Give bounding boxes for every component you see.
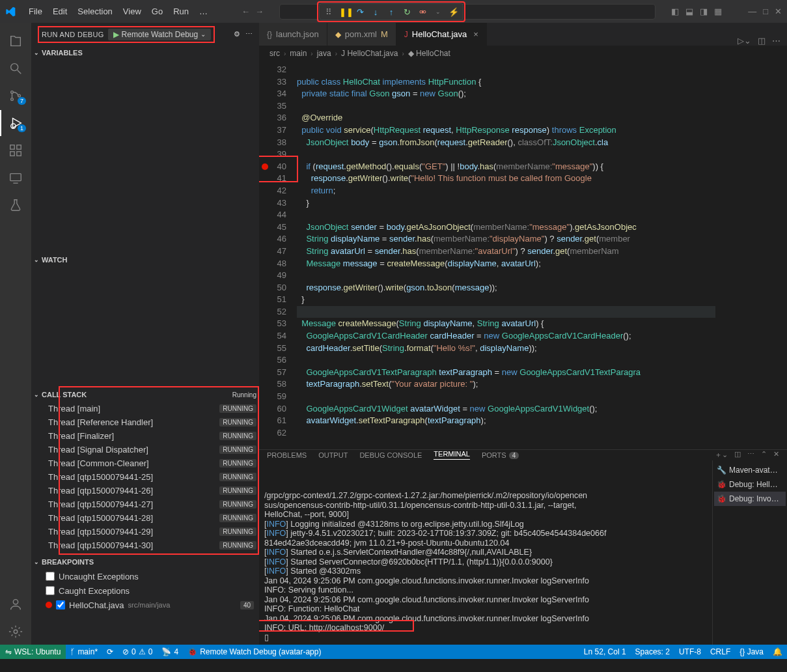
modified-indicator: M — [381, 29, 388, 39]
breakpoint-checkbox[interactable] — [56, 600, 65, 609]
menu-…[interactable]: … — [194, 4, 213, 19]
activity-accounts[interactable] — [0, 591, 31, 617]
layout-bottom-icon[interactable]: ⬓ — [685, 7, 693, 16]
start-debug-icon[interactable]: ▶ — [113, 30, 119, 39]
chevron-down-icon[interactable]: ⌄ — [200, 31, 206, 38]
file-icon: {} — [267, 30, 272, 39]
breadcrumb-item[interactable]: J HelloChat.java — [341, 49, 398, 58]
breadcrumb-sep: › — [335, 50, 337, 57]
split-terminal-icon[interactable]: ◫ — [734, 450, 741, 460]
menu-selection[interactable]: Selection — [72, 4, 117, 19]
terminal-item[interactable]: 🔧Maven-avat… — [714, 463, 786, 477]
code-area[interactable]: public class HelloChat implements HttpFu… — [297, 61, 715, 449]
layout-left-icon[interactable]: ◧ — [671, 7, 679, 16]
maximize-panel-icon[interactable]: ⌃ — [761, 450, 767, 460]
menu-view[interactable]: View — [118, 4, 146, 19]
close-icon[interactable]: × — [473, 29, 478, 39]
status-sync[interactable]: ⟳ — [102, 645, 118, 659]
menu-file[interactable]: File — [23, 4, 48, 19]
svg-point-10 — [13, 600, 18, 604]
panel-tab-ports[interactable]: PORTS4 — [482, 451, 519, 459]
tab-HelloChat.java[interactable]: JHelloChat.java× — [396, 23, 487, 46]
status-spaces[interactable]: Spaces: 2 — [631, 645, 674, 659]
gear-icon[interactable]: ⚙ — [234, 30, 240, 38]
status-eol[interactable]: CRLF — [706, 645, 735, 659]
breakpoint-checkbox[interactable] — [46, 586, 55, 595]
watch-header[interactable]: ⌄WATCH — [31, 253, 259, 267]
status-remote[interactable]: ⇋ WSL: Ubuntu — [0, 645, 66, 659]
panel-tab-debug-console[interactable]: DEBUG CONSOLE — [359, 451, 422, 459]
minimap[interactable] — [715, 61, 787, 449]
breakpoint-row[interactable]: HelloChat.javasrc/main/java40 — [31, 598, 259, 612]
layout-right-icon[interactable]: ◨ — [700, 7, 708, 16]
run-icon[interactable]: ▷⌄ — [738, 36, 751, 46]
terminal-item[interactable]: 🐞Debug: Hell… — [714, 477, 786, 492]
svg-point-0 — [11, 64, 18, 71]
split-icon[interactable]: ◫ — [758, 36, 766, 46]
debug-config-dropdown[interactable]: ▶ Remote Watch Debug ⌄ — [108, 29, 212, 40]
debug-toolbar[interactable]: ⠿ ❚❚ ↷ ↓ ↑ ↻ ⚮ ⌄ ⚡ — [319, 3, 463, 20]
more-icon[interactable]: ⋯ — [747, 450, 754, 460]
variables-header[interactable]: ⌄VARIABLES — [31, 46, 259, 60]
status-branch[interactable]: ᚶ main* — [66, 645, 102, 659]
layout-grid-icon[interactable]: ▦ — [714, 7, 722, 16]
breakpoint-label: HelloChat.java — [69, 600, 124, 610]
terminal-output[interactable]: /grpc/grpc-context/1.27.2/grpc-context-1… — [259, 460, 712, 645]
breakpoint-checkbox[interactable] — [46, 572, 55, 581]
tab-pom.xml[interactable]: ◆pom.xmlM — [327, 23, 396, 46]
variables-body — [31, 60, 259, 253]
gutter[interactable]: 3233343536373839404142434445464748495051… — [259, 61, 297, 449]
breadcrumb-item[interactable]: main — [290, 49, 307, 58]
minimize-icon[interactable]: — — [748, 7, 756, 16]
breakpoint-dot-icon — [46, 602, 52, 608]
breadcrumb[interactable]: src›main›java›J HelloChat.java›◆ HelloCh… — [259, 46, 787, 61]
nav-back-icon[interactable]: ← — [242, 7, 250, 16]
tab-launch.json[interactable]: {}launch.json — [259, 23, 327, 46]
breakpoint-row[interactable]: Uncaught Exceptions — [31, 569, 259, 583]
breadcrumb-item[interactable]: src — [269, 49, 280, 58]
more-icon[interactable]: ⋯ — [245, 30, 253, 38]
activity-remote[interactable] — [0, 165, 31, 191]
status-problems[interactable]: ⊘ 0 ⚠ 0 — [118, 645, 157, 659]
svg-rect-7 — [10, 152, 14, 156]
breadcrumb-item[interactable]: java — [317, 49, 331, 58]
activity-settings[interactable] — [0, 619, 31, 645]
editor-body[interactable]: 3233343536373839404142434445464748495051… — [259, 61, 787, 449]
nav-forward-icon[interactable]: → — [255, 7, 264, 16]
activity-debug[interactable]: 1 — [0, 110, 31, 136]
activity-scm[interactable]: 7 — [0, 83, 31, 109]
menu-run[interactable]: Run — [168, 4, 194, 19]
breadcrumb-sep: › — [402, 50, 404, 57]
breakpoints-header[interactable]: ⌄BREAKPOINTS — [31, 555, 259, 569]
watch-body — [31, 267, 259, 387]
status-cursor[interactable]: Ln 52, Col 1 — [579, 645, 631, 659]
activity-testing[interactable] — [0, 192, 31, 218]
status-lang[interactable]: {} Java — [735, 645, 768, 659]
more-icon[interactable]: ⋯ — [772, 36, 780, 46]
status-encoding[interactable]: UTF-8 — [674, 645, 706, 659]
breakpoint-label: Caught Exceptions — [59, 586, 130, 596]
status-debug[interactable]: 🐞 Remote Watch Debug (avatar-app) — [183, 645, 325, 659]
menu-bar: FileEditSelectionViewGoRun… — [23, 7, 213, 16]
status-ports[interactable]: 📡 4 — [157, 645, 183, 659]
terminal-item[interactable]: 🐞Debug: Invo… — [714, 492, 786, 506]
maximize-icon[interactable]: □ — [763, 7, 768, 16]
activity-explorer[interactable] — [0, 28, 31, 54]
wrench-icon: 🔧 — [717, 466, 726, 475]
vscode-logo-icon — [5, 7, 16, 17]
panel-tab-problems[interactable]: PROBLEMS — [267, 451, 307, 459]
close-window-icon[interactable]: ✕ — [775, 7, 782, 16]
svg-point-1 — [11, 91, 14, 94]
panel-tab-output[interactable]: OUTPUT — [318, 451, 348, 459]
sidebar: RUN AND DEBUG ▶ Remote Watch Debug ⌄ ⚙ ⋯… — [31, 23, 259, 645]
activity-extensions[interactable] — [0, 137, 31, 163]
status-bell[interactable]: 🔔 — [768, 645, 787, 659]
menu-go[interactable]: Go — [146, 4, 168, 19]
add-terminal-icon[interactable]: ＋⌄ — [715, 450, 728, 460]
panel-tab-terminal[interactable]: TERMINAL — [434, 450, 470, 460]
activity-search[interactable] — [0, 55, 31, 81]
breadcrumb-item[interactable]: ◆ HelloChat — [408, 49, 450, 58]
menu-edit[interactable]: Edit — [48, 4, 72, 19]
breakpoint-row[interactable]: Caught Exceptions — [31, 583, 259, 598]
close-panel-icon[interactable]: ✕ — [773, 450, 779, 460]
